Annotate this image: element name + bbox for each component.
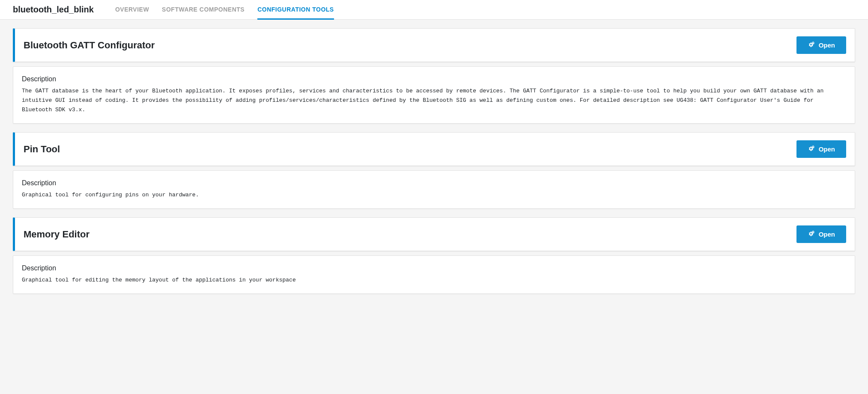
open-button-memory-editor[interactable]: Open	[796, 225, 846, 243]
tool-title: Pin Tool	[24, 144, 60, 155]
description-label: Description	[22, 179, 846, 187]
gears-icon	[808, 230, 815, 239]
open-button-bluetooth-gatt[interactable]: Open	[796, 36, 846, 54]
tab-configuration-tools[interactable]: CONFIGURATION TOOLS	[257, 0, 334, 20]
open-button-pin-tool[interactable]: Open	[796, 140, 846, 158]
tool-title: Memory Editor	[24, 229, 89, 240]
tab-software-components[interactable]: SOFTWARE COMPONENTS	[162, 0, 245, 20]
description-label: Description	[22, 264, 846, 272]
description-text: The GATT database is the heart of your B…	[22, 86, 846, 115]
tab-overview[interactable]: OVERVIEW	[115, 0, 149, 20]
open-button-label: Open	[819, 145, 835, 153]
open-button-label: Open	[819, 231, 835, 238]
tool-description-card: Description Graphical tool for editing t…	[13, 255, 855, 294]
description-text: Graphical tool for editing the memory la…	[22, 276, 846, 285]
tool-description-card: Description Graphical tool for configuri…	[13, 170, 855, 209]
content: Bluetooth GATT Configurator Open Descrip…	[0, 20, 868, 311]
header-bar: bluetooth_led_blink OVERVIEW SOFTWARE CO…	[0, 0, 868, 20]
tool-section-bluetooth-gatt-configurator: Bluetooth GATT Configurator Open Descrip…	[13, 28, 855, 124]
gears-icon	[808, 145, 815, 154]
tool-header-card: Memory Editor Open	[13, 217, 855, 251]
description-label: Description	[22, 75, 846, 83]
tool-header-card: Pin Tool Open	[13, 132, 855, 166]
open-button-label: Open	[819, 41, 835, 49]
tabs: OVERVIEW SOFTWARE COMPONENTS CONFIGURATI…	[115, 0, 334, 19]
tool-title: Bluetooth GATT Configurator	[24, 40, 155, 51]
tool-section-memory-editor: Memory Editor Open Description Graphical…	[13, 217, 855, 294]
description-text: Graphical tool for configuring pins on y…	[22, 190, 846, 200]
tool-section-pin-tool: Pin Tool Open Description Graphical tool…	[13, 132, 855, 209]
gears-icon	[808, 41, 815, 50]
tool-description-card: Description The GATT database is the hea…	[13, 66, 855, 124]
project-name: bluetooth_led_blink	[13, 5, 94, 15]
tool-header-card: Bluetooth GATT Configurator Open	[13, 28, 855, 62]
